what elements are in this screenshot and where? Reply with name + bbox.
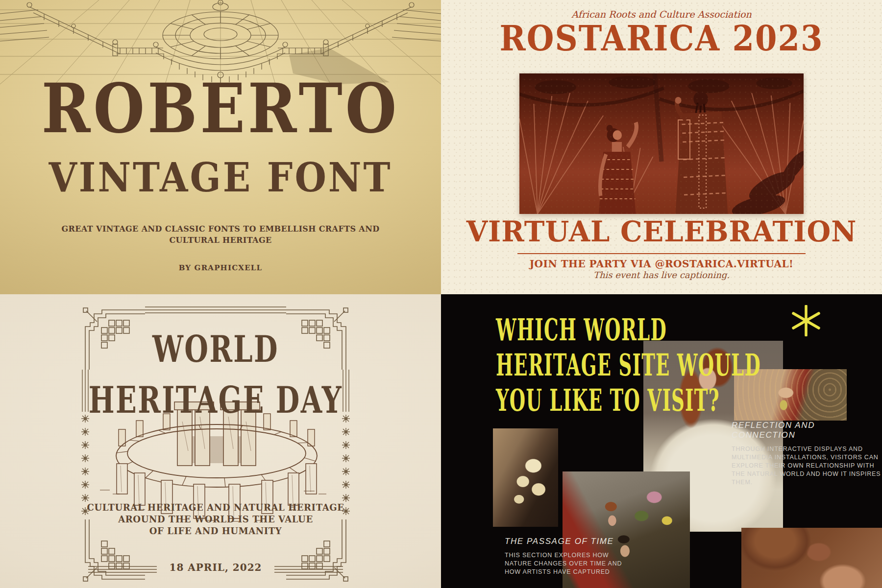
heritage-day-title-line1: WORLD	[43, 330, 388, 368]
captioning-note: This event has live captioning.	[441, 270, 882, 280]
reflection-body: THROUGH INTERACTIVE DISPLAYS AND MULTIME…	[732, 445, 881, 487]
reflection-section: REFLECTION AND CONNECTION THROUGH INTERA…	[732, 421, 881, 487]
roberto-description: GREAT VINTAGE AND CLASSIC FONTS TO EMBEL…	[0, 223, 441, 246]
red-hair-closeup-photo	[741, 528, 882, 588]
rostarica-title: ROSTARICA 2023	[441, 22, 882, 56]
poster-roberto: ROBERTO VINTAGE FONT GREAT VINTAGE AND C…	[0, 0, 441, 294]
flower-still-life-photo	[493, 428, 558, 527]
heritage-day-title-line2: HERITAGE DAY	[43, 381, 388, 419]
roberto-description-line1: GREAT VINTAGE AND CLASSIC FONTS TO EMBEL…	[0, 223, 441, 235]
roberto-subtitle: VINTAGE FONT	[0, 158, 441, 197]
poster-heritage-quiz: WHICH WORLD HERITAGE SITE WOULD YOU LIKE…	[441, 294, 882, 588]
passage-title: THE PASSAGE OF TIME	[505, 537, 625, 546]
rostarica-subtitle: VIRTUAL CELEBRATION	[441, 217, 882, 246]
reflection-title: REFLECTION AND CONNECTION	[732, 421, 881, 440]
poster-heritage-day: WORLD HERITAGE DAY CULTURAL HERITAGE AND…	[0, 294, 441, 588]
heritage-day-date: 18 APRIL, 2022	[0, 562, 431, 573]
asterisk-icon	[790, 305, 822, 336]
quiz-headline-line1: WHICH WORLD	[496, 315, 667, 345]
quiz-headline-line3: YOU LIKE TO VISIT?	[496, 385, 720, 415]
heritage-day-content: WORLD HERITAGE DAY CULTURAL HERITAGE AND…	[0, 294, 431, 588]
poster-collage: ROBERTO VINTAGE FONT GREAT VINTAGE AND C…	[0, 0, 882, 588]
heritage-day-body-line1: CULTURAL HERITAGE AND NATURAL HERITAGE	[0, 502, 431, 514]
quiz-headline-line2: HERITAGE SITE WOULD	[496, 350, 761, 380]
poster-rostarica: African Roots and Culture Association RO…	[441, 0, 882, 294]
roberto-title: ROBERTO	[0, 74, 441, 142]
divider-rule	[517, 253, 806, 254]
roberto-byline: BY GRAPHICXELL	[0, 263, 441, 272]
passage-section: THE PASSAGE OF TIME THIS SECTION EXPLORE…	[505, 537, 625, 576]
passage-body: THIS SECTION EXPLORES HOW NATURE CHANGES…	[505, 551, 625, 576]
rostarica-cta: JOIN THE PARTY VIA @ROSTARICA.VIRTUAL!	[441, 258, 882, 270]
duotone-dancers-photo	[519, 73, 804, 214]
heritage-day-body-line2: AROUND THE WORLD IS THE VALUE	[0, 514, 431, 525]
heritage-day-body: CULTURAL HERITAGE AND NATURAL HERITAGE A…	[0, 502, 431, 537]
heritage-day-body-line3: OF LIFE AND HUMANITY	[0, 525, 431, 537]
roberto-description-line2: CULTURAL HERITAGE	[0, 235, 441, 246]
